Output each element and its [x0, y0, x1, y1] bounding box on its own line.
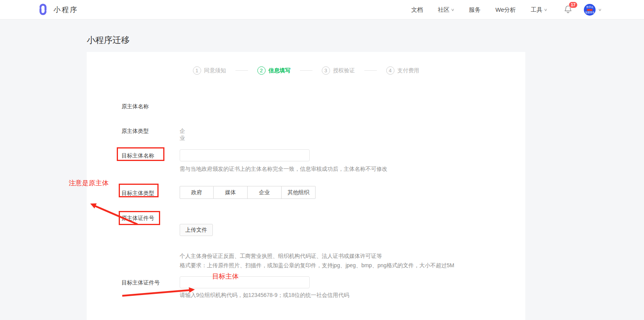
- annotation-note-original-subject: 注意是原主体: [69, 179, 109, 188]
- avatar-art: 数字化: [586, 6, 593, 9]
- step-label: 支付费用: [398, 67, 419, 74]
- step-divider: [364, 70, 377, 71]
- cert-desc-line2: 格式要求：上传原件照片、扫描件，或加盖公章的复印件，支持jpg、jpeg、bmp…: [180, 261, 454, 270]
- account-avatar[interactable]: 数字化 智慧零售: [584, 4, 596, 16]
- step-label: 同意须知: [204, 67, 226, 74]
- step-agree-notice: 1 同意须知: [193, 66, 226, 75]
- target-cert-input[interactable]: [180, 276, 310, 288]
- brand-logo[interactable]: 小程序: [36, 0, 78, 20]
- page-title: 小程序迁移: [87, 34, 130, 46]
- cert-desc-line1: 个人主体身份证正反面、工商营业执照、组织机构代码证、法人证书或媒体许可证等: [180, 251, 454, 261]
- annotation-note-target-subject: 目标主体: [212, 272, 239, 281]
- chevron-down-icon: ∨: [451, 8, 455, 12]
- target-name-hint: 需与当地政府颁发的证书上的主体名称完全一致，信息审核成功后，主体名称不可修改: [180, 166, 387, 173]
- step-auth-verify: 3 授权验证: [322, 66, 355, 75]
- migration-form-card: 1 同意须知 2 信息填写 3 授权验证 4 支付费用 原主体名称 原主体类型 …: [87, 52, 525, 320]
- field-label: 原主体证件号: [121, 215, 154, 222]
- target-cert-hint: 请输入9位组织机构代码，如12345678-9；或18位的统一社会信用代码: [180, 292, 349, 299]
- target-name-input[interactable]: [180, 149, 310, 161]
- chevron-down-icon: ∨: [544, 8, 548, 12]
- stepper: 1 同意须知 2 信息填写 3 授权验证 4 支付费用: [87, 66, 525, 75]
- bell-icon: [564, 8, 572, 15]
- field-label: 原主体类型: [121, 128, 149, 135]
- top-header: 小程序 文档 社区∨ 服务 We分析 工具∨ 17 数字化 智慧零售 ∨: [0, 0, 644, 20]
- nav-docs[interactable]: 文档: [411, 6, 423, 14]
- option-media[interactable]: 媒体: [214, 186, 248, 199]
- option-government[interactable]: 政府: [180, 186, 214, 199]
- step-pay-fee: 4 支付费用: [386, 66, 419, 75]
- step-number: 3: [322, 66, 330, 75]
- field-label: 目标主体名称: [121, 152, 154, 159]
- nav-community[interactable]: 社区∨: [438, 6, 454, 14]
- step-label: 信息填写: [269, 67, 291, 74]
- nav-services[interactable]: 服务: [469, 6, 481, 14]
- target-type-options: 政府 媒体 企业 其他组织: [180, 186, 316, 199]
- nav-we-analysis[interactable]: We分析: [496, 6, 516, 14]
- nav-tools[interactable]: 工具∨: [531, 6, 547, 14]
- original-type-value: 企业: [180, 128, 185, 142]
- field-label: 目标主体证件号: [121, 279, 160, 286]
- step-label: 授权验证: [333, 67, 355, 74]
- step-number: 1: [193, 66, 201, 75]
- field-label: 目标主体类型: [121, 190, 154, 197]
- option-enterprise[interactable]: 企业: [248, 186, 282, 199]
- notification-badge: 17: [569, 2, 577, 8]
- step-number: 2: [257, 66, 266, 75]
- top-navigation: 文档 社区∨ 服务 We分析 工具∨ 17 数字化 智慧零售 ∨: [396, 0, 601, 20]
- upload-file-button[interactable]: 上传文件: [180, 224, 213, 236]
- step-number: 4: [386, 66, 394, 75]
- step-divider: [235, 70, 248, 71]
- account-chevron-down-icon[interactable]: ∨: [598, 8, 602, 12]
- field-label: 原主体名称: [121, 103, 149, 110]
- miniprogram-logo-icon: [36, 2, 49, 17]
- brand-name: 小程序: [54, 5, 78, 14]
- notification-bell[interactable]: 17: [564, 5, 572, 15]
- avatar-art: [587, 9, 592, 11]
- option-other-org[interactable]: 其他组织: [282, 186, 316, 199]
- step-divider: [300, 70, 312, 71]
- avatar-art: 智慧零售: [585, 11, 594, 14]
- step-fill-info: 2 信息填写: [257, 66, 291, 75]
